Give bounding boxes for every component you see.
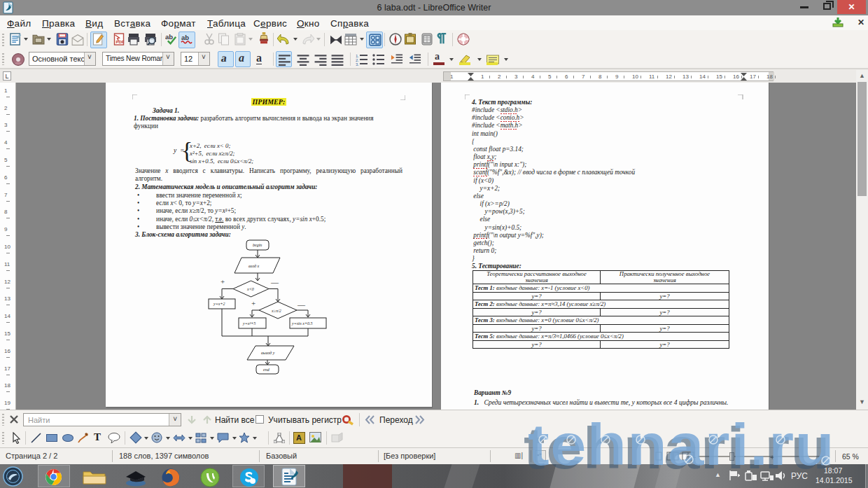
svg-text:+: + — [220, 277, 225, 286]
svg-text:ab: ab — [165, 33, 173, 41]
svg-text:y=sin x+0.5: y=sin x+0.5 — [291, 321, 312, 326]
svg-text:—: — — [297, 300, 306, 309]
svg-text:вывод y: вывод y — [261, 351, 275, 355]
svg-text:3.: 3. — [356, 62, 359, 67]
svg-text:end: end — [263, 368, 270, 372]
svg-text:begin: begin — [253, 243, 262, 247]
svg-text:x<0: x<0 — [246, 287, 254, 291]
svg-text:x≥π/2: x≥π/2 — [271, 309, 281, 313]
svg-text:ввод x: ввод x — [248, 264, 260, 268]
svg-text:—: — — [270, 278, 279, 286]
svg-text:y=x²+5: y=x²+5 — [242, 321, 255, 326]
svg-text:PDF: PDF — [116, 40, 125, 44]
svg-text:y=x+2: y=x+2 — [213, 302, 225, 306]
svg-text:+: + — [251, 299, 255, 307]
svg-text:ab: ab — [181, 34, 189, 41]
